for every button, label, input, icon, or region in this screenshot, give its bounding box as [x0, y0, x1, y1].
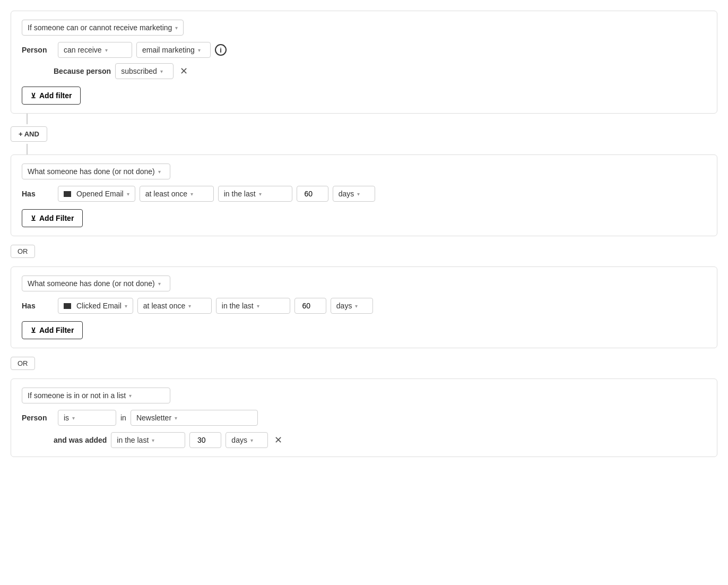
add-filter-button-3[interactable]: ⊻ Add Filter [22, 321, 83, 339]
has-label-1: Has [22, 190, 54, 198]
list-type-chevron: ▾ [129, 393, 132, 399]
action-type-label-1: What someone has done (or not done) [28, 167, 155, 176]
frequency-dropdown-2[interactable]: at least once ▾ [137, 298, 212, 314]
opened-email-value: Opened Email [76, 190, 124, 198]
clicked-email-value: Clicked Email [76, 302, 122, 310]
or-separator-2: OR [11, 350, 717, 376]
in-label: in [120, 414, 126, 422]
clicked-email-dropdown[interactable]: Clicked Email ▾ [58, 298, 133, 314]
added-days-unit-value: days [231, 436, 247, 444]
add-filter-icon-3: ⊻ [31, 326, 36, 334]
is-value: is [64, 414, 69, 422]
block-opened-email: What someone has done (or not done) ▾ Ha… [11, 154, 717, 236]
connector-line-2 [27, 144, 28, 154]
days-unit-chevron-2: ▾ [355, 303, 358, 309]
added-days-input[interactable] [189, 432, 221, 448]
days-unit-value-2: days [336, 302, 352, 310]
opened-email-chevron: ▾ [127, 191, 129, 197]
frequency-chevron-2: ▾ [188, 303, 191, 309]
can-receive-chevron: ▾ [105, 47, 108, 53]
marketing-channel-dropdown[interactable]: email marketing ▾ [136, 42, 211, 58]
and-button[interactable]: + AND [11, 126, 47, 142]
person-label-1: Person [22, 46, 54, 54]
subscribed-chevron: ▾ [160, 68, 163, 74]
or-separator-1: OR [11, 238, 717, 264]
added-timeframe-dropdown[interactable]: in the last ▾ [111, 432, 185, 448]
marketing-channel-chevron: ▾ [198, 47, 201, 53]
days-unit-chevron-1: ▾ [357, 191, 360, 197]
block-clicked-email: What someone has done (or not done) ▾ Ha… [11, 266, 717, 348]
email-block-icon-1 [64, 191, 71, 197]
has-label-2: Has [22, 302, 54, 310]
block-list-membership: If someone is in or not in a list ▾ Pers… [11, 378, 717, 457]
days-unit-dropdown-1[interactable]: days ▾ [333, 186, 375, 202]
add-filter-icon-2: ⊻ [31, 214, 36, 222]
timeframe-chevron-2: ▾ [257, 303, 259, 309]
frequency-dropdown-1[interactable]: at least once ▾ [140, 186, 214, 202]
marketing-type-label: If someone can or cannot receive marketi… [28, 23, 172, 32]
marketing-type-chevron: ▾ [175, 25, 178, 31]
action-type-chevron-2: ▾ [158, 281, 161, 287]
added-timeframe-chevron: ▾ [152, 437, 154, 443]
added-days-unit-chevron: ▾ [250, 437, 253, 443]
list-name-chevron: ▾ [175, 415, 177, 421]
added-timeframe-value: in the last [117, 436, 149, 444]
timeframe-value-2: in the last [222, 302, 254, 310]
person-label-2: Person [22, 414, 54, 422]
list-name-dropdown[interactable]: Newsletter ▾ [131, 410, 258, 426]
can-receive-dropdown[interactable]: can receive ▾ [58, 42, 132, 58]
action-type-dropdown-2[interactable]: What someone has done (or not done) ▾ [22, 276, 170, 291]
add-filter-icon-1: ⊻ [31, 92, 36, 100]
remove-because-button[interactable]: ✕ [178, 65, 190, 77]
connector-line-1 [27, 114, 28, 124]
added-days-unit-dropdown[interactable]: days ▾ [226, 432, 268, 448]
days-input-1[interactable] [297, 186, 328, 202]
or-button-2[interactable]: OR [11, 357, 35, 370]
subscribed-value: subscribed [121, 67, 157, 75]
frequency-value-1: at least once [145, 190, 187, 198]
timeframe-chevron-1: ▾ [259, 191, 262, 197]
list-name-value: Newsletter [136, 414, 171, 422]
action-type-label-2: What someone has done (or not done) [28, 279, 155, 288]
days-input-2[interactable] [294, 298, 326, 314]
subscribed-dropdown[interactable]: subscribed ▾ [115, 63, 174, 79]
and-was-added-label: and was added [54, 436, 107, 444]
days-unit-value-1: days [339, 190, 354, 198]
add-filter-button-1[interactable]: ⊻ Add filter [22, 87, 81, 105]
is-chevron: ▾ [72, 415, 75, 421]
list-type-label: If someone is in or not in a list [28, 391, 126, 400]
list-type-dropdown[interactable]: If someone is in or not in a list ▾ [22, 388, 170, 403]
action-type-dropdown-1[interactable]: What someone has done (or not done) ▾ [22, 164, 170, 179]
is-dropdown[interactable]: is ▾ [58, 410, 116, 426]
timeframe-value-1: in the last [224, 190, 256, 198]
or-button-1[interactable]: OR [11, 245, 35, 258]
marketing-channel-value: email marketing [142, 46, 195, 54]
action-type-chevron-1: ▾ [158, 169, 161, 175]
remove-added-filter-button[interactable]: ✕ [272, 434, 284, 446]
add-filter-button-2[interactable]: ⊻ Add Filter [22, 209, 83, 227]
clicked-email-chevron: ▾ [125, 303, 127, 309]
frequency-value-2: at least once [143, 302, 185, 310]
block-marketing-receive: If someone can or cannot receive marketi… [11, 11, 717, 114]
because-person-label: Because person [54, 67, 111, 75]
timeframe-dropdown-1[interactable]: in the last ▾ [218, 186, 292, 202]
frequency-chevron-1: ▾ [190, 191, 193, 197]
email-block-icon-2 [64, 303, 71, 309]
marketing-type-dropdown[interactable]: If someone can or cannot receive marketi… [22, 20, 184, 36]
days-unit-dropdown-2[interactable]: days ▾ [331, 298, 373, 314]
info-icon[interactable]: i [215, 44, 227, 56]
can-receive-value: can receive [64, 46, 102, 54]
opened-email-dropdown[interactable]: Opened Email ▾ [58, 186, 135, 202]
timeframe-dropdown-2[interactable]: in the last ▾ [216, 298, 290, 314]
